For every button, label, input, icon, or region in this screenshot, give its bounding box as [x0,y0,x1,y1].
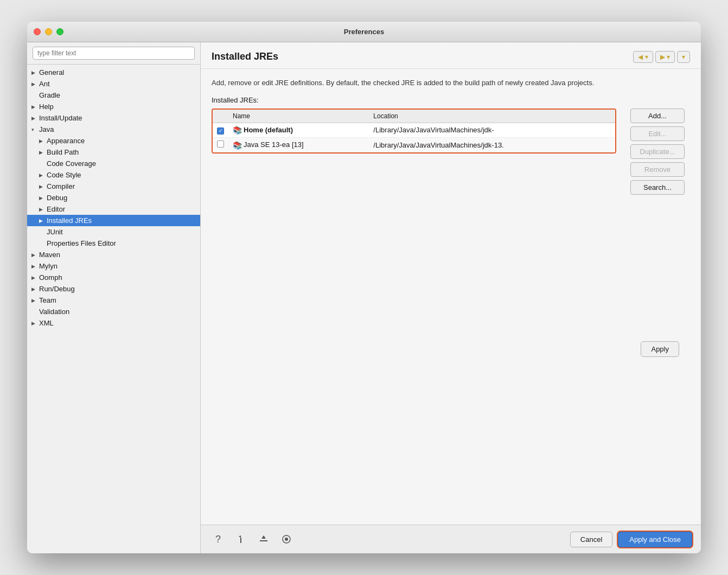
sidebar-item-label: Mylyn [39,262,58,270]
main-layout: ▶General▶AntGradle▶Help▶Install/Update▾J… [27,42,701,553]
sidebar-item-appearance[interactable]: ▶Appearance [27,135,200,146]
export-button[interactable] [255,531,272,548]
sidebar-item-label: XML [39,319,54,327]
jre-location-cell: /Library/Java/JavaVirtualMachines/jdk-13… [369,138,615,152]
expand-arrow: ▶ [39,218,47,223]
sidebar-item-help[interactable]: ▶Help [27,101,200,112]
sidebar-item-junit[interactable]: JUnit [27,226,200,238]
edit-button[interactable]: Edit... [630,126,685,141]
sidebar-item-label: Code Style [47,171,81,179]
jre-name-cell: 📚Java SE 13-ea [13] [228,138,369,152]
sidebar-item-editor[interactable]: ▶Editor [27,203,200,215]
sidebar-item-label: Compiler [47,182,75,190]
row-checkbox-cell[interactable] [213,138,228,152]
sidebar-item-code-style[interactable]: ▶Code Style [27,169,200,181]
close-button[interactable] [34,28,41,35]
titlebar: Preferences [27,22,701,42]
jre-checkbox[interactable] [217,140,224,148]
cancel-button[interactable]: Cancel [570,532,612,547]
sidebar-item-run-debug[interactable]: ▶Run/Debug [27,283,200,295]
action-buttons: Add... Edit... Duplicate... Remove Searc… [625,108,690,195]
sidebar: ▶General▶AntGradle▶Help▶Install/Update▾J… [27,42,201,553]
jre-name-cell: 📚Home (default) [228,123,369,138]
sidebar-item-compiler[interactable]: ▶Compiler [27,181,200,192]
sidebar-item-installed-jres[interactable]: ▶Installed JREs [27,215,200,226]
jre-table: Name Location 📚Home (default)/Library/Ja… [213,110,615,152]
jre-name: Home (default) [244,126,293,134]
add-button[interactable]: Add... [630,108,685,123]
sidebar-item-ant[interactable]: ▶Ant [27,78,200,90]
sidebar-item-general[interactable]: ▶General [27,67,200,78]
jre-location-cell: /Library/Java/JavaVirtualMachines/jdk- [369,123,615,138]
minimize-button[interactable] [45,28,52,35]
svg-marker-2 [261,535,266,539]
preferences-window: Preferences ▶General▶AntGradle▶Help▶Inst… [27,22,701,553]
sidebar-item-install-update[interactable]: ▶Install/Update [27,112,200,124]
col-location: Location [369,110,615,123]
search-button[interactable]: Search... [630,180,685,195]
help-button[interactable]: ? [209,531,227,548]
sidebar-tree: ▶General▶AntGradle▶Help▶Install/Update▾J… [27,65,200,553]
expand-arrow: ▶ [31,321,39,326]
sidebar-item-label: Ant [39,80,50,88]
sidebar-item-java[interactable]: ▾Java [27,124,200,135]
nav-buttons: ◀ ▾ ▶ ▾ ▾ [633,51,690,63]
bottom-right: Cancel Apply and Close [570,532,692,547]
sidebar-item-label: Validation [39,308,69,316]
sidebar-item-label: Install/Update [39,114,82,122]
expand-arrow: ▶ [31,81,39,87]
sidebar-item-oomph[interactable]: ▶Oomph [27,272,200,283]
sidebar-item-debug[interactable]: ▶Debug [27,192,200,203]
sidebar-item-label: Installed JREs [47,216,92,225]
traffic-lights [34,28,63,35]
svg-point-4 [285,538,288,541]
duplicate-button[interactable]: Duplicate... [630,144,685,159]
sidebar-item-label: Appearance [47,137,85,145]
sidebar-item-build-path[interactable]: ▶Build Path [27,146,200,158]
apply-button[interactable]: Apply [641,341,679,357]
sidebar-item-code-coverage[interactable]: Code Coverage [27,158,200,169]
sidebar-item-label: Java [39,125,54,133]
content-body: Add, remove or edit JRE definitions. By … [201,69,701,525]
expand-arrow: ▾ [31,127,39,132]
content-header: Installed JREs ◀ ▾ ▶ ▾ ▾ [201,42,701,69]
sidebar-item-label: Team [39,296,56,304]
col-checkbox [213,110,228,123]
svg-rect-0 [240,538,241,543]
sidebar-item-gradle[interactable]: Gradle [27,90,200,101]
bottom-bar: ? Cancel Apply and Close [201,525,701,553]
expand-arrow: ▶ [39,173,47,178]
menu-button[interactable]: ▾ [677,51,690,63]
sidebar-item-label: Code Coverage [47,159,96,168]
sidebar-item-label: Properties Files Editor [47,239,116,247]
expand-arrow: ▶ [31,104,39,110]
forward-button[interactable]: ▶ ▾ [655,51,675,63]
expand-arrow: ▶ [31,252,39,258]
remove-button[interactable]: Remove [630,162,685,177]
jre-name: Java SE 13-ea [13] [244,140,304,149]
sidebar-item-label: Debug [47,194,67,202]
expand-arrow: ▶ [31,70,39,75]
maximize-button[interactable] [56,28,63,35]
table-row[interactable]: 📚Home (default)/Library/Java/JavaVirtual… [213,123,615,138]
sidebar-item-xml[interactable]: ▶XML [27,317,200,329]
sidebar-item-team[interactable]: ▶Team [27,295,200,306]
restore-defaults-button[interactable] [232,531,250,548]
apply-and-close-button[interactable]: Apply and Close [618,532,692,547]
jre-checkbox[interactable] [217,127,224,135]
bottom-left: ? [209,531,295,548]
expand-arrow: ▶ [39,207,47,212]
sidebar-item-properties-files-editor[interactable]: Properties Files Editor [27,238,200,249]
row-checkbox-cell[interactable] [213,123,228,138]
back-button[interactable]: ◀ ▾ [633,51,653,63]
import-button[interactable] [278,531,295,548]
sidebar-item-mylyn[interactable]: ▶Mylyn [27,260,200,272]
filter-input[interactable] [33,47,195,60]
sidebar-item-label: Help [39,103,54,111]
expand-arrow: ▶ [31,286,39,292]
sidebar-item-validation[interactable]: Validation [27,306,200,317]
table-row[interactable]: 📚Java SE 13-ea [13]/Library/Java/JavaVir… [213,138,615,152]
sidebar-item-label: Run/Debug [39,285,75,293]
sidebar-item-maven[interactable]: ▶Maven [27,249,200,260]
expand-arrow: ▶ [39,138,47,144]
